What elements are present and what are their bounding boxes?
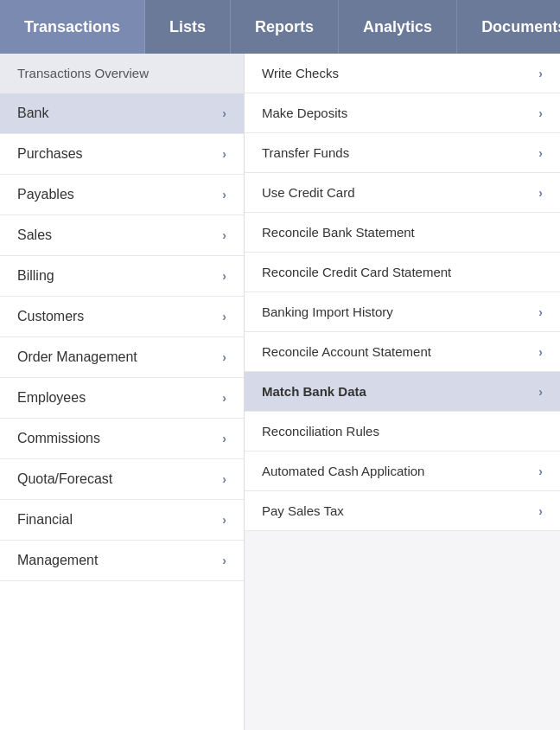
right-menu-item-label: Reconcile Bank Statement xyxy=(262,225,415,240)
nav-tab-documents[interactable]: Documents xyxy=(457,0,560,54)
chevron-right-icon: › xyxy=(538,345,543,359)
menu-item-label: Billing xyxy=(17,268,54,284)
right-menu-item-label: Make Deposits xyxy=(262,106,347,120)
left-menu-item-purchases[interactable]: Purchases› xyxy=(0,134,244,175)
right-menu-item-label: Automated Cash Application xyxy=(262,464,424,478)
menu-item-label: Quota/Forecast xyxy=(17,471,112,487)
menu-item-label: Financial xyxy=(17,512,73,528)
nav-tab-reports[interactable]: Reports xyxy=(231,0,339,54)
left-menu-item-billing[interactable]: Billing› xyxy=(0,256,244,297)
app-container: TransactionsListsReportsAnalyticsDocumen… xyxy=(0,0,560,730)
chevron-right-icon: › xyxy=(222,391,226,405)
chevron-right-icon: › xyxy=(222,432,226,445)
right-menu-item-label: Reconciliation Rules xyxy=(262,424,379,439)
nav-tab-transactions[interactable]: Transactions xyxy=(0,0,145,54)
right-menu-item-label: Write Checks xyxy=(262,66,339,80)
left-menu-item-customers[interactable]: Customers› xyxy=(0,297,244,337)
right-menu-item-transfer-funds[interactable]: Transfer Funds› xyxy=(245,133,560,173)
left-menu-item-payables[interactable]: Payables› xyxy=(0,175,244,215)
menu-item-label: Purchases xyxy=(17,146,83,162)
right-menu-item-automated-cash-application[interactable]: Automated Cash Application› xyxy=(245,451,560,491)
chevron-right-icon: › xyxy=(222,472,226,486)
right-menu-item-label: Reconcile Account Statement xyxy=(262,344,431,359)
right-menu-item-banking-import-history[interactable]: Banking Import History› xyxy=(245,292,560,332)
left-menu-item-order-management[interactable]: Order Management› xyxy=(0,337,244,378)
left-panel: Transactions OverviewBank›Purchases›Paya… xyxy=(0,54,245,730)
menu-item-label: Sales xyxy=(17,227,52,243)
transactions-overview-item[interactable]: Transactions Overview xyxy=(0,54,244,93)
chevron-right-icon: › xyxy=(538,146,543,160)
menu-item-label: Bank xyxy=(17,106,48,121)
right-menu-item-label: Transfer Funds xyxy=(262,145,349,160)
menu-container: Transactions OverviewBank›Purchases›Paya… xyxy=(0,54,560,730)
right-menu-item-reconciliation-rules[interactable]: Reconciliation Rules xyxy=(245,412,560,451)
left-menu-item-management[interactable]: Management› xyxy=(0,541,244,581)
chevron-right-icon: › xyxy=(222,147,226,161)
chevron-right-icon: › xyxy=(222,554,226,567)
chevron-right-icon: › xyxy=(222,310,226,323)
chevron-right-icon: › xyxy=(538,186,543,200)
nav-bar: TransactionsListsReportsAnalyticsDocumen… xyxy=(0,0,560,54)
chevron-right-icon: › xyxy=(222,228,226,242)
left-menu-item-financial[interactable]: Financial› xyxy=(0,500,244,541)
left-menu-item-employees[interactable]: Employees› xyxy=(0,378,244,419)
right-menu-item-write-checks[interactable]: Write Checks› xyxy=(245,54,560,93)
right-menu-item-label: Pay Sales Tax xyxy=(262,503,344,518)
left-menu-item-commissions[interactable]: Commissions› xyxy=(0,419,244,459)
chevron-right-icon: › xyxy=(222,350,226,364)
right-menu-item-pay-sales-tax[interactable]: Pay Sales Tax› xyxy=(245,491,560,531)
right-menu-item-label: Match Bank Data xyxy=(262,384,366,399)
chevron-right-icon: › xyxy=(222,513,226,527)
menu-item-label: Commissions xyxy=(17,431,100,446)
left-menu-item-sales[interactable]: Sales› xyxy=(0,215,244,256)
menu-item-label: Customers xyxy=(17,309,84,324)
chevron-right-icon: › xyxy=(222,106,226,120)
right-menu-item-match-bank-data[interactable]: Match Bank Data› xyxy=(245,372,560,412)
chevron-right-icon: › xyxy=(538,504,543,518)
chevron-right-icon: › xyxy=(538,67,543,80)
right-menu-item-use-credit-card[interactable]: Use Credit Card› xyxy=(245,173,560,213)
right-menu-item-reconcile-credit-card-statement[interactable]: Reconcile Credit Card Statement xyxy=(245,253,560,292)
left-menu-item-quota/forecast[interactable]: Quota/Forecast› xyxy=(0,459,244,500)
right-panel: Write Checks›Make Deposits›Transfer Fund… xyxy=(245,54,560,730)
right-menu-item-label: Use Credit Card xyxy=(262,185,355,200)
chevron-right-icon: › xyxy=(538,385,543,399)
chevron-right-icon: › xyxy=(222,188,226,202)
menu-item-label: Payables xyxy=(17,187,74,202)
menu-item-label: Employees xyxy=(17,390,86,406)
chevron-right-icon: › xyxy=(538,464,543,478)
right-menu-item-reconcile-account-statement[interactable]: Reconcile Account Statement› xyxy=(245,332,560,372)
menu-item-label: Management xyxy=(17,553,98,568)
left-menu-item-bank[interactable]: Bank› xyxy=(0,93,244,134)
right-menu-item-make-deposits[interactable]: Make Deposits› xyxy=(245,93,560,133)
nav-tab-lists[interactable]: Lists xyxy=(145,0,231,54)
right-menu-item-label: Reconcile Credit Card Statement xyxy=(262,265,451,279)
nav-tab-analytics[interactable]: Analytics xyxy=(339,0,457,54)
chevron-right-icon: › xyxy=(538,305,543,319)
right-menu-item-label: Banking Import History xyxy=(262,304,393,319)
menu-item-label: Order Management xyxy=(17,349,137,365)
chevron-right-icon: › xyxy=(222,269,226,283)
right-menu-item-reconcile-bank-statement[interactable]: Reconcile Bank Statement xyxy=(245,213,560,253)
chevron-right-icon: › xyxy=(538,106,543,120)
